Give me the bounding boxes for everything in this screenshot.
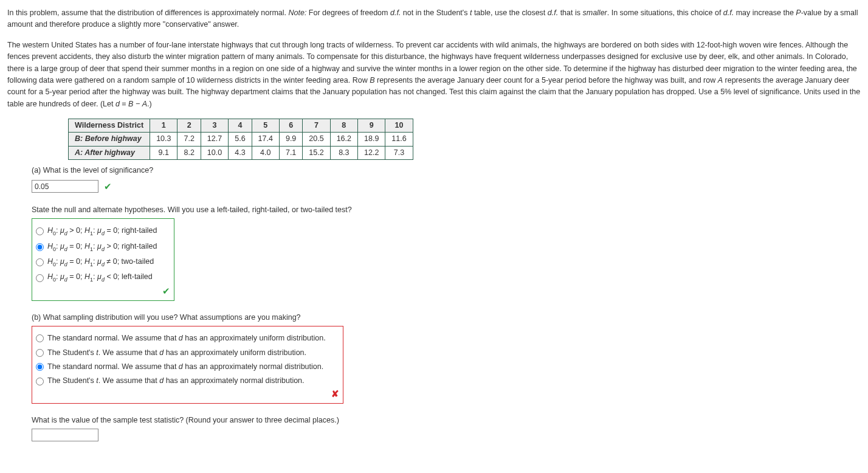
test-statistic-text: What is the value of the sample test sta… bbox=[32, 415, 861, 426]
col-header: 1 bbox=[150, 119, 177, 133]
hypothesis-question-text: State the null and alternate hypotheses.… bbox=[32, 204, 861, 216]
a-italic: A bbox=[142, 100, 147, 108]
p-italic: P bbox=[796, 9, 801, 17]
table-corner-header: Wilderness District bbox=[69, 119, 150, 133]
cell: 7.3 bbox=[385, 146, 413, 159]
test-statistic-input[interactable] bbox=[32, 429, 98, 441]
dist-option-1[interactable]: The standard normal. We assume that d ha… bbox=[36, 333, 326, 344]
hypo-option-2[interactable]: H0: μd = 0; H1: μd > 0; right-tailed bbox=[36, 241, 157, 254]
col-header: 6 bbox=[279, 119, 302, 133]
col-header: 2 bbox=[177, 119, 201, 133]
hypo-label-4: H0: μd = 0; H1: μd < 0; left-tailed bbox=[47, 271, 153, 284]
d-italic: d bbox=[115, 100, 120, 108]
cell: 10.0 bbox=[201, 146, 228, 159]
dist-label-4: The Student's t. We assume that d has an… bbox=[47, 375, 305, 387]
cell: 8.3 bbox=[330, 146, 357, 159]
cell: 15.2 bbox=[303, 146, 330, 159]
note-label: Note: bbox=[289, 9, 307, 17]
hypo-option-4[interactable]: H0: μd = 0; H1: μd < 0; left-tailed bbox=[36, 271, 157, 284]
hypothesis-options: H0: μd > 0; H1: μd = 0; right-tailed H0:… bbox=[32, 218, 174, 301]
df-italic: d.f. bbox=[723, 9, 734, 17]
question-b: (b) What sampling distribution will you … bbox=[32, 312, 861, 404]
radio-hypo-4[interactable] bbox=[36, 274, 44, 282]
hypo-option-3[interactable]: H0: μd = 0; H1: μd ≠ 0; two-tailed bbox=[36, 256, 157, 269]
question-a-text: (a) What is the level of significance? bbox=[32, 165, 861, 176]
df-italic: d.f. bbox=[548, 9, 558, 17]
data-table: Wilderness District 1 2 3 4 5 6 7 8 9 10… bbox=[68, 119, 413, 160]
col-header: 7 bbox=[303, 119, 330, 133]
cell: 7.1 bbox=[279, 146, 302, 159]
dist-option-4[interactable]: The Student's t. We assume that d has an… bbox=[36, 375, 326, 387]
smaller-italic: smaller bbox=[582, 9, 607, 17]
question-a: (a) What is the level of significance? 0… bbox=[32, 165, 861, 193]
cell: 12.2 bbox=[358, 146, 385, 159]
cell: 10.3 bbox=[150, 133, 177, 146]
cell: 11.6 bbox=[385, 133, 413, 146]
radio-dist-3[interactable] bbox=[36, 363, 44, 371]
radio-hypo-1[interactable] bbox=[36, 227, 44, 235]
table-row: B: Before highway 10.3 7.2 12.7 5.6 17.4… bbox=[69, 133, 413, 146]
col-header: 8 bbox=[330, 119, 357, 133]
text: In this problem, assume that the distrib… bbox=[7, 9, 289, 17]
check-icon: ✔ bbox=[104, 181, 112, 192]
dist-option-3[interactable]: The standard normal. We assume that d ha… bbox=[36, 361, 326, 373]
cell: 16.2 bbox=[330, 133, 357, 146]
cell: 12.7 bbox=[201, 133, 228, 146]
cell: 17.4 bbox=[252, 133, 279, 146]
intro-paragraph-2: The western United States has a number o… bbox=[7, 40, 861, 110]
significance-input[interactable]: 0.05 bbox=[32, 180, 98, 193]
text: For degrees of freedom bbox=[306, 9, 390, 17]
hypo-label-1: H0: μd > 0; H1: μd = 0; right-tailed bbox=[47, 225, 157, 238]
b-italic: B bbox=[370, 76, 374, 85]
question-hypotheses: State the null and alternate hypotheses.… bbox=[32, 204, 861, 301]
intro-paragraph-1: In this problem, assume that the distrib… bbox=[7, 7, 861, 31]
dist-label-1: The standard normal. We assume that d ha… bbox=[47, 333, 326, 344]
radio-dist-4[interactable] bbox=[36, 378, 44, 385]
text: . In some situations, this choice of bbox=[607, 9, 723, 17]
text: that is bbox=[558, 9, 582, 17]
x-icon: ✘ bbox=[331, 387, 339, 401]
text: − bbox=[133, 100, 142, 108]
cell: 4.3 bbox=[229, 146, 252, 159]
cell: 20.5 bbox=[303, 133, 330, 146]
col-header: 10 bbox=[385, 119, 413, 133]
dist-label-3: The standard normal. We assume that d ha… bbox=[47, 361, 323, 373]
col-header: 9 bbox=[358, 119, 385, 133]
text: may increase the bbox=[734, 9, 796, 17]
cell: 8.2 bbox=[177, 146, 201, 159]
table-row: A: After highway 9.1 8.2 10.0 4.3 4.0 7.… bbox=[69, 146, 413, 159]
row-header-after: A: After highway bbox=[69, 146, 150, 159]
col-header: 4 bbox=[229, 119, 252, 133]
hypo-option-1[interactable]: H0: μd > 0; H1: μd = 0; right-tailed bbox=[36, 225, 157, 238]
col-header: 5 bbox=[252, 119, 279, 133]
radio-dist-2[interactable] bbox=[36, 349, 44, 357]
text: .) bbox=[147, 100, 152, 108]
problem-intro: In this problem, assume that the distrib… bbox=[7, 7, 861, 110]
text: = bbox=[120, 100, 128, 108]
text: represents the average January deer coun… bbox=[375, 76, 718, 85]
col-header: 3 bbox=[201, 119, 228, 133]
cell: 9.9 bbox=[279, 133, 302, 146]
question-b-text: (b) What sampling distribution will you … bbox=[32, 312, 861, 323]
hypo-label-3: H0: μd = 0; H1: μd ≠ 0; two-tailed bbox=[47, 256, 154, 269]
hypo-label-2: H0: μd = 0; H1: μd > 0; right-tailed bbox=[47, 241, 157, 254]
df-italic: d.f. bbox=[390, 9, 401, 17]
cell: 7.2 bbox=[177, 133, 201, 146]
radio-hypo-3[interactable] bbox=[36, 258, 44, 266]
question-test-statistic: What is the value of the sample test sta… bbox=[32, 415, 861, 441]
dist-label-2: The Student's t. We assume that d has an… bbox=[47, 347, 306, 359]
dist-option-2[interactable]: The Student's t. We assume that d has an… bbox=[36, 347, 326, 359]
a-italic: A bbox=[718, 76, 723, 85]
cell: 18.9 bbox=[358, 133, 385, 146]
text: not in the Student's bbox=[401, 9, 470, 17]
distribution-options: The standard normal. We assume that d ha… bbox=[32, 326, 343, 404]
text: table, use the closest bbox=[472, 9, 547, 17]
cell: 4.0 bbox=[252, 146, 279, 159]
cell: 9.1 bbox=[150, 146, 177, 159]
cell: 5.6 bbox=[229, 133, 252, 146]
row-header-before: B: Before highway bbox=[69, 133, 150, 146]
radio-dist-1[interactable] bbox=[36, 334, 44, 342]
check-icon: ✔ bbox=[162, 284, 170, 298]
radio-hypo-2[interactable] bbox=[36, 243, 44, 251]
